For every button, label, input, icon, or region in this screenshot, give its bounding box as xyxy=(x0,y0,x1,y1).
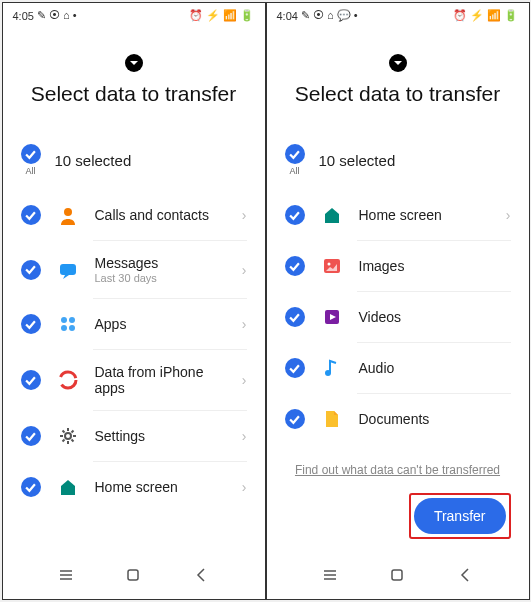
select-all-row[interactable]: All 10 selected xyxy=(267,136,529,190)
status-icons-left: ✎ ⦿ ⌂ • xyxy=(37,9,77,22)
nav-bar xyxy=(3,555,265,599)
contacts-icon xyxy=(57,204,79,226)
page-title: Select data to transfer xyxy=(267,82,529,106)
svg-point-4 xyxy=(61,325,67,331)
list-item[interactable]: Videos xyxy=(267,292,529,342)
page-title: Select data to transfer xyxy=(3,82,265,106)
item-label: Home screen xyxy=(95,479,226,495)
item-label: Home screen xyxy=(359,207,490,223)
documents-icon xyxy=(321,408,343,430)
item-label: Calls and contacts xyxy=(95,207,226,223)
selected-count: 10 selected xyxy=(55,152,132,169)
svg-rect-13 xyxy=(392,570,402,580)
item-label: Images xyxy=(359,258,511,274)
list-item[interactable]: Calls and contacts› xyxy=(3,190,265,240)
list-item[interactable]: Images xyxy=(267,241,529,291)
all-label: All xyxy=(289,166,299,176)
item-label: Settings xyxy=(95,428,226,444)
item-checkbox[interactable] xyxy=(21,426,41,446)
item-sublabel: Last 30 days xyxy=(95,272,226,284)
selected-count: 10 selected xyxy=(319,152,396,169)
chevron-right-icon: › xyxy=(242,479,247,495)
data-list: Home screen›ImagesVideosAudioDocuments xyxy=(267,190,529,447)
transfer-button[interactable]: Transfer xyxy=(414,498,506,534)
status-bar: 4:05✎ ⦿ ⌂ • ⏰ ⚡ 📶 🔋 xyxy=(3,3,265,24)
status-icons-right: ⏰ ⚡ 📶 🔋 xyxy=(453,9,518,22)
chevron-right-icon: › xyxy=(242,316,247,332)
svg-point-2 xyxy=(61,317,67,323)
phone-left: 4:05✎ ⦿ ⌂ • ⏰ ⚡ 📶 🔋 Select data to trans… xyxy=(3,3,265,599)
chevron-right-icon: › xyxy=(242,372,247,388)
svg-point-6 xyxy=(60,372,76,388)
svg-point-10 xyxy=(327,263,330,266)
item-label: Audio xyxy=(359,360,511,376)
home-icon xyxy=(321,204,343,226)
data-list: Calls and contacts›MessagesLast 30 days›… xyxy=(3,190,265,555)
svg-point-0 xyxy=(64,208,72,216)
status-icons-right: ⏰ ⚡ 📶 🔋 xyxy=(189,9,254,22)
item-label: Data from iPhone apps xyxy=(95,364,226,396)
clock-text: 4:04 xyxy=(277,10,298,22)
videos-icon xyxy=(321,306,343,328)
svg-rect-8 xyxy=(128,570,138,580)
recents-button[interactable] xyxy=(58,567,74,587)
nav-bar xyxy=(267,555,529,599)
select-all-checkbox[interactable] xyxy=(285,144,305,164)
messages-icon xyxy=(57,259,79,281)
audio-icon xyxy=(321,357,343,379)
select-all-checkbox[interactable] xyxy=(21,144,41,164)
chevron-right-icon: › xyxy=(506,207,511,223)
item-checkbox[interactable] xyxy=(285,409,305,429)
phone-right: 4:04✎ ⦿ ⌂ 💬 • ⏰ ⚡ 📶 🔋 Select data to tra… xyxy=(267,3,529,599)
item-label: Apps xyxy=(95,316,226,332)
svg-point-3 xyxy=(69,317,75,323)
select-all-row[interactable]: All 10 selected xyxy=(3,136,265,190)
item-label: Documents xyxy=(359,411,511,427)
list-item[interactable]: MessagesLast 30 days› xyxy=(3,241,265,298)
list-item[interactable]: Home screen› xyxy=(267,190,529,240)
back-button[interactable] xyxy=(193,567,209,587)
list-item[interactable]: Data from iPhone apps› xyxy=(3,350,265,410)
chevron-right-icon: › xyxy=(242,207,247,223)
chevron-right-icon: › xyxy=(242,262,247,278)
item-checkbox[interactable] xyxy=(21,260,41,280)
list-item[interactable]: Audio xyxy=(267,343,529,393)
chevron-right-icon: › xyxy=(242,428,247,444)
item-checkbox[interactable] xyxy=(21,314,41,334)
images-icon xyxy=(321,255,343,277)
svg-point-7 xyxy=(65,433,71,439)
item-checkbox[interactable] xyxy=(285,358,305,378)
cant-transfer-link[interactable]: Find out what data can't be transferred xyxy=(267,447,529,493)
item-checkbox[interactable] xyxy=(285,307,305,327)
item-checkbox[interactable] xyxy=(285,205,305,225)
list-item[interactable]: Apps› xyxy=(3,299,265,349)
list-item[interactable]: Documents xyxy=(267,394,529,444)
recents-button[interactable] xyxy=(322,567,338,587)
svg-point-5 xyxy=(69,325,75,331)
item-label: Videos xyxy=(359,309,511,325)
item-checkbox[interactable] xyxy=(21,477,41,497)
settings-icon xyxy=(57,425,79,447)
all-label: All xyxy=(25,166,35,176)
home-button[interactable] xyxy=(389,567,405,587)
transfer-highlight: Transfer xyxy=(409,493,511,539)
expand-icon[interactable] xyxy=(389,54,407,72)
svg-rect-1 xyxy=(60,264,76,275)
expand-icon[interactable] xyxy=(125,54,143,72)
status-icons-left: ✎ ⦿ ⌂ 💬 • xyxy=(301,9,358,22)
item-checkbox[interactable] xyxy=(285,256,305,276)
apps-icon xyxy=(57,313,79,335)
list-item[interactable]: Home screen› xyxy=(3,462,265,512)
list-item[interactable]: Settings› xyxy=(3,411,265,461)
item-label: Messages xyxy=(95,255,226,271)
item-checkbox[interactable] xyxy=(21,205,41,225)
item-checkbox[interactable] xyxy=(21,370,41,390)
clock-text: 4:05 xyxy=(13,10,34,22)
iphone-data-icon xyxy=(57,369,79,391)
home-icon xyxy=(57,476,79,498)
back-button[interactable] xyxy=(457,567,473,587)
home-button[interactable] xyxy=(125,567,141,587)
status-bar: 4:04✎ ⦿ ⌂ 💬 • ⏰ ⚡ 📶 🔋 xyxy=(267,3,529,24)
